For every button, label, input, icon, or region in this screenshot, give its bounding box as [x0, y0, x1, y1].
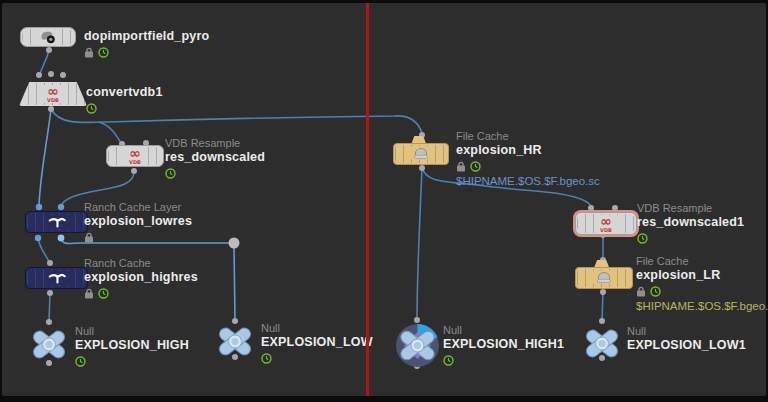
connector-dot[interactable] [36, 204, 42, 210]
node-explosion-highres[interactable]: Ranch Cache explosion_highres [25, 267, 88, 289]
node-explosion-low1[interactable]: Null EXPLOSION_LOW1 [582, 325, 622, 366]
connector-dot[interactable] [131, 168, 137, 174]
connector-dot[interactable] [419, 165, 425, 171]
lock-icon [84, 44, 94, 62]
node-name: EXPLOSION_LOW1 [627, 338, 746, 353]
network-editor-window: dopimportfield_pyro ∞VDB convertvdb1 ∞VD… [0, 0, 768, 402]
connector-dot[interactable] [588, 205, 594, 211]
null-x-icon [29, 349, 69, 366]
lock-icon [84, 285, 94, 303]
node-explosion-low[interactable]: Null EXPLOSION_LOW [215, 323, 255, 364]
connector-dot[interactable] [612, 205, 618, 211]
node-explosion-high[interactable]: Null EXPLOSION_HIGH [29, 326, 69, 367]
node-dopimportfield-pyro[interactable]: dopimportfield_pyro [20, 27, 76, 47]
node-type-label: Null [627, 325, 746, 338]
node-name: res_downscaled1 [637, 215, 744, 230]
connector-dot[interactable] [46, 47, 52, 53]
svg-text:VDB: VDB [129, 159, 141, 165]
cache-clock-badge-icon [165, 165, 176, 183]
wire[interactable] [234, 247, 235, 319]
node-res-downscaled[interactable]: ∞VDB VDB Resample res_downscaled [106, 145, 164, 167]
wire[interactable] [40, 50, 49, 74]
null-x-icon [582, 348, 622, 365]
node-name: EXPLOSION_HIGH1 [443, 337, 564, 352]
node-type-label: VDB Resample [165, 137, 265, 150]
node-explosion-lowres[interactable]: Ranch Cache Layer explosion_lowres [25, 211, 88, 233]
node-type-label: Ranch Cache Layer [84, 201, 192, 214]
node-type-label: VDB Resample [637, 202, 744, 215]
cache-clock-badge-icon [443, 352, 454, 370]
node-name: explosion_lowres [84, 214, 192, 229]
node-name: explosion_HR [456, 143, 600, 158]
cache-clock-badge-icon [98, 44, 109, 62]
connector-dot[interactable] [46, 319, 52, 325]
wire[interactable] [49, 293, 50, 321]
connector-dot[interactable] [58, 235, 65, 242]
connector-dot[interactable] [60, 72, 66, 78]
connector-dot[interactable] [48, 71, 54, 77]
network-divider-line [366, 3, 369, 396]
wire[interactable] [98, 122, 121, 143]
vdb-infinity-icon: ∞VDB [41, 85, 65, 103]
node-type-label: Null [75, 325, 189, 338]
cache-clock-badge-icon [98, 285, 109, 303]
connector-dot[interactable] [599, 318, 605, 324]
cache-file-path: $HIPNAME.$OS.$F.bgeo.sc [456, 174, 600, 188]
svg-text:VDB: VDB [600, 226, 612, 232]
connector-dot[interactable] [600, 289, 606, 295]
cache-file-path: $HIPNAME.$OS.$F.bgeo.sc [636, 299, 768, 313]
vdb-infinity-icon: ∞VDB [123, 147, 147, 165]
connector-dot[interactable] [35, 235, 41, 241]
node-type-label: Null [443, 324, 564, 337]
cache-clock-badge-icon [75, 353, 86, 371]
cache-clock-badge-icon [470, 158, 481, 176]
vdb-infinity-icon: ∞VDB [594, 215, 618, 233]
connector-dot[interactable] [48, 106, 54, 112]
node-explosion-lr[interactable]: File Cache explosion_LR $HIPNAME.$OS.$F.… [575, 260, 633, 289]
cache-clock-badge-icon [86, 100, 97, 118]
cache-clock-badge-icon [637, 230, 648, 248]
null-circled-icon [395, 354, 440, 371]
network-canvas[interactable]: dopimportfield_pyro ∞VDB convertvdb1 ∞VD… [2, 3, 766, 396]
node-type-label: File Cache [456, 130, 600, 143]
wire[interactable] [602, 292, 603, 320]
wire[interactable] [417, 168, 422, 319]
connector-dot[interactable] [47, 290, 53, 296]
node-res-downscaled1[interactable]: ∞VDB VDB Resample res_downscaled1 [575, 212, 637, 235]
ranch-cache-icon [46, 271, 68, 285]
pyro-field-icon [38, 30, 59, 45]
junction-dot[interactable] [229, 238, 240, 249]
node-name: explosion_LR [636, 268, 768, 283]
wire[interactable] [39, 109, 51, 206]
node-name: EXPLOSION_LOW [261, 335, 373, 350]
node-name: explosion_highres [84, 270, 198, 285]
node-type-label: File Cache [636, 255, 768, 268]
null-x-icon [215, 346, 255, 363]
cache-clock-badge-icon [261, 350, 272, 368]
node-convertvdb1[interactable]: ∞VDB convertvdb1 [19, 82, 87, 106]
node-type-label: Null [261, 322, 373, 335]
connector-dot[interactable] [36, 72, 42, 78]
cache-clock-badge-icon [650, 283, 661, 301]
node-name: convertvdb1 [86, 85, 163, 100]
disk-cache-icon [410, 147, 432, 160]
connector-dot[interactable] [58, 204, 64, 210]
node-explosion-hr[interactable]: File Cache explosion_HR $HIPNAME.$OS.$F.… [393, 136, 449, 165]
lock-icon [636, 283, 646, 301]
node-name: EXPLOSION_HIGH [75, 338, 189, 353]
ranch-cache-icon [46, 215, 68, 229]
node-type-label: Ranch Cache [84, 257, 198, 270]
node-name: dopimportfield_pyro [84, 29, 209, 44]
lock-icon [84, 229, 94, 247]
disk-cache-icon [593, 271, 615, 284]
lock-icon [456, 158, 466, 176]
connector-dot[interactable] [47, 260, 53, 266]
node-explosion-high1[interactable]: Null EXPLOSION_HIGH1 [395, 323, 440, 372]
node-name: res_downscaled [165, 150, 265, 165]
svg-text:VDB: VDB [47, 97, 59, 103]
wire[interactable] [38, 238, 49, 262]
